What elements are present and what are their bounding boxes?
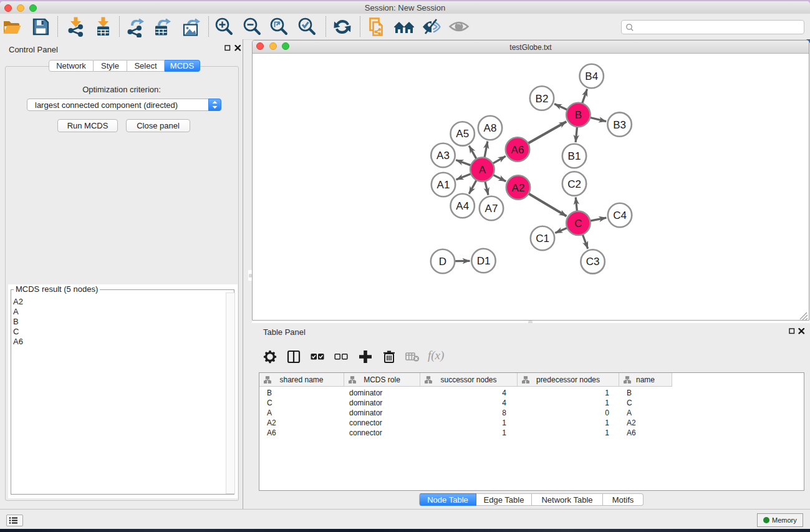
svg-text:A6: A6: [511, 144, 524, 156]
svg-text:A3: A3: [436, 150, 450, 162]
svg-text:B3: B3: [613, 119, 626, 131]
svg-text:D: D: [439, 256, 446, 268]
svg-text:C3: C3: [586, 256, 600, 268]
svg-text:A1: A1: [437, 179, 450, 191]
svg-text:C4: C4: [613, 210, 627, 221]
svg-text:A: A: [479, 164, 486, 176]
svg-text:A8: A8: [484, 122, 497, 134]
svg-text:A2: A2: [512, 182, 525, 194]
svg-text:A4: A4: [456, 200, 469, 212]
svg-text:C1: C1: [536, 233, 549, 244]
svg-text:C: C: [574, 218, 582, 230]
svg-text:C2: C2: [567, 178, 581, 190]
svg-text:B: B: [575, 109, 582, 121]
svg-text:A7: A7: [485, 203, 498, 215]
svg-text:D1: D1: [477, 255, 491, 267]
svg-text:B2: B2: [536, 93, 549, 105]
svg-text:B4: B4: [585, 70, 598, 82]
svg-text:A5: A5: [456, 128, 469, 140]
svg-text:B1: B1: [568, 150, 581, 162]
